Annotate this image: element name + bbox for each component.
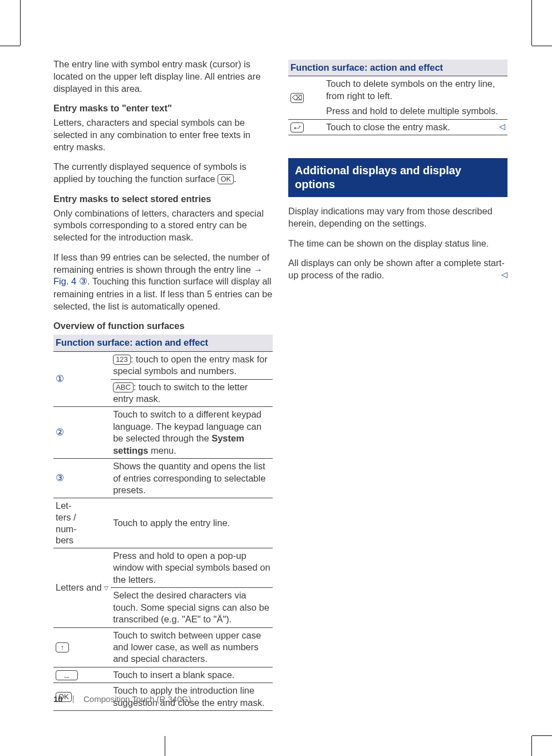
cell-text: : touch to open the entry mask for speci… (113, 354, 268, 376)
back-key-icon: ⮐ (290, 122, 304, 132)
table-cell: Touch to insert a blank space. (111, 667, 273, 683)
body-text: The time can be shown on the display sta… (288, 238, 507, 250)
table-header: Function surface: action and effect (53, 335, 273, 351)
body-text-part: If less than 99 entries can be selected,… (53, 252, 269, 274)
circled-number-1: ① (56, 374, 64, 384)
function-surface-table-continued: Function surface: action and effect ⌫ To… (288, 60, 507, 135)
crop-mark (532, 46, 552, 46)
123-key-icon: 123 (113, 355, 131, 365)
circled-number-3: ③ (56, 473, 64, 483)
letters-triangle-label: Letters and ▽ (53, 548, 111, 627)
circled-number: ③ (79, 276, 87, 287)
body-text: The entry line with symbol entry mask (c… (53, 58, 273, 95)
crop-mark (0, 46, 20, 46)
letters-numbers-label: Let- ters / num- bers (53, 498, 111, 548)
shift-key-icon: ↑ (56, 642, 69, 652)
subheading-entry-masks-enter: Entry masks to "enter text" (53, 102, 273, 115)
crop-mark (20, 0, 21, 46)
table-cell: 123: touch to open the entry mask for sp… (111, 351, 273, 379)
body-text: The currently displayed sequence of symb… (53, 161, 273, 185)
body-text-part: . (234, 174, 236, 184)
end-triangle-icon: ◁ (499, 121, 505, 131)
footer-separator (73, 695, 73, 703)
space-key-icon: ⎵ (56, 670, 78, 680)
circled-number-2: ② (56, 427, 64, 438)
crop-mark (531, 0, 532, 46)
function-surface-table: Function surface: action and effect ① 12… (53, 335, 273, 711)
crop-mark (532, 735, 552, 736)
left-column: The entry line with symbol entry mask (c… (53, 58, 273, 711)
table-cell: Touch to delete symbols on the entry lin… (324, 76, 507, 104)
subheading-entry-masks-stored: Entry masks to select stored entries (53, 193, 273, 205)
page-number: 10 (53, 694, 63, 704)
body-text: All displays can only be shown after a c… (288, 257, 507, 282)
chapter-title: Composition Touch (R 340G) (83, 694, 191, 704)
cell-text: Touch to close the entry mask. (326, 122, 450, 132)
end-triangle-icon: ◁ (501, 269, 507, 279)
section-heading-additional-displays: Additional displays and display options (288, 158, 507, 198)
body-text: Only combinations of letters, characters… (53, 208, 273, 244)
table-cell: Press and hold to open a pop-up window w… (111, 548, 273, 587)
crop-mark (531, 736, 532, 756)
ok-key-icon: OK (218, 174, 234, 184)
table-header: Function surface: action and effect (288, 60, 507, 76)
abc-key-icon: ABC (113, 382, 134, 392)
body-text: If less than 99 entries can be selected,… (53, 252, 273, 313)
backspace-key-icon: ⌫ (290, 93, 304, 103)
table-cell: Touch to switch to a different keypad la… (111, 407, 273, 459)
table-cell: Touch to close the entry mask. ◁ (324, 119, 507, 135)
table-cell: Select the desired characters via touch.… (111, 588, 273, 627)
table-cell: Touch to switch between upper case and l… (111, 627, 273, 667)
subheading-overview-surfaces: Overview of function surfaces (53, 320, 273, 332)
right-column: Function surface: action and effect ⌫ To… (288, 58, 507, 711)
body-text: Display indications may vary from those … (288, 205, 507, 230)
table-cell: Shows the quantity and opens the list of… (111, 459, 273, 498)
table-cell: ABC: touch to switch to the letter entry… (111, 379, 273, 407)
cell-text: menu. (148, 445, 176, 455)
table-cell: Press and hold to delete multiple symbol… (324, 104, 507, 119)
page-footer: 10 Composition Touch (R 340G) (53, 694, 191, 704)
body-text-part: All displays can only be shown after a c… (288, 258, 505, 280)
crop-mark (165, 736, 165, 756)
table-cell: Touch to apply the entry line. (111, 498, 273, 548)
body-text: Letters, characters and special symbols … (53, 117, 273, 153)
